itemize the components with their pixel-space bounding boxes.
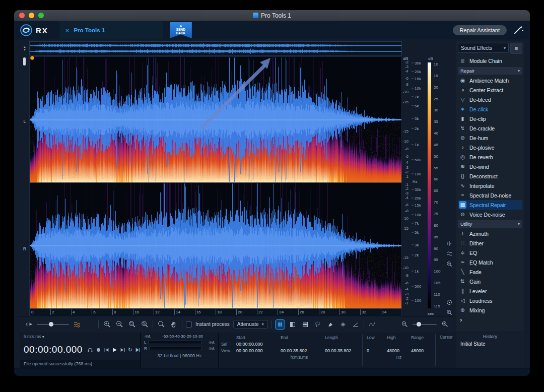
preset-select[interactable]: Sound Effects ▾ xyxy=(458,43,509,53)
panel-expand-button[interactable]: › xyxy=(458,315,522,324)
time-selection-tool[interactable] xyxy=(276,320,285,329)
time-frequency-selection-tool[interactable] xyxy=(288,320,297,329)
module-item[interactable]: ∗ De-click xyxy=(458,104,522,114)
history-item[interactable]: Initial State xyxy=(459,339,521,347)
overview-waveform[interactable] xyxy=(29,41,402,55)
file-tab[interactable]: × Pro Tools 1 xyxy=(59,21,163,39)
zoom-out-button[interactable] xyxy=(115,320,124,329)
view-start-value[interactable]: 00:00:00.000 xyxy=(236,348,281,353)
zoom-slider-knob[interactable] xyxy=(417,322,421,326)
module-item[interactable]: ≃ EQ Match xyxy=(458,257,522,267)
hand-tool-button[interactable] xyxy=(169,320,178,329)
skip-to-start-button[interactable] xyxy=(104,347,109,353)
draw-curve-tool[interactable] xyxy=(368,320,377,329)
brush-selection-tool[interactable] xyxy=(326,320,335,329)
module-item[interactable]: ∷ Dither xyxy=(458,238,522,248)
minimize-window-button[interactable] xyxy=(29,13,34,18)
module-item[interactable]: ∿ Interpolate xyxy=(458,181,522,190)
waveform-spectrogram-blend-slider[interactable] xyxy=(37,321,69,328)
zoom-fit-button[interactable] xyxy=(140,320,149,329)
section-header-repair[interactable]: Repair ▾ xyxy=(458,67,522,75)
module-item[interactable]: ⊜ Voice De-noise xyxy=(458,210,522,219)
module-item[interactable]: ▽ De-bleed xyxy=(458,95,522,104)
playhead-line[interactable] xyxy=(31,57,31,309)
zoom-window-button[interactable] xyxy=(38,13,44,18)
channel-right-view[interactable] xyxy=(30,183,401,308)
module-item[interactable]: ↯ De-crackle xyxy=(458,123,522,133)
zoom-reset-icon[interactable] xyxy=(446,299,452,305)
start-header: Start xyxy=(236,335,281,340)
horizontal-zoom-out-icon[interactable] xyxy=(400,320,409,329)
loop-playback-button[interactable]: ↻ xyxy=(128,347,132,353)
frequency-selection-tool[interactable] xyxy=(301,320,310,329)
vertical-zoom-out-icon[interactable] xyxy=(446,261,452,267)
colormap-gradient-bar[interactable] xyxy=(428,62,431,308)
module-item[interactable]: ▦ Spectral Repair xyxy=(458,200,522,210)
skip-to-end-button[interactable] xyxy=(120,347,125,353)
freq-range-value[interactable]: 48000 xyxy=(411,348,435,353)
record-button[interactable] xyxy=(96,347,101,353)
module-item[interactable]: ∥ Leveler xyxy=(458,286,522,296)
view-end-value[interactable]: 00:00:35.802 xyxy=(281,348,325,353)
module-item[interactable]: ⊚ Mixing xyxy=(458,305,522,315)
tab-close-icon[interactable]: × xyxy=(65,27,70,34)
spectrogram-waveform-right[interactable] xyxy=(30,183,401,308)
ramp-tool[interactable] xyxy=(351,320,360,329)
module-item[interactable]: ▮ De-clip xyxy=(458,114,522,123)
instant-process-checkbox[interactable] xyxy=(186,321,192,328)
module-item[interactable]: ⊘ De-hum xyxy=(458,133,522,143)
waveform-blend-icon[interactable] xyxy=(24,320,33,329)
time-ruler[interactable]: 0246810121416182022242628303234 xyxy=(30,308,401,316)
waveform-view-icon[interactable] xyxy=(447,241,452,246)
wave-db-tick: -10 xyxy=(402,265,409,270)
lasso-selection-tool[interactable] xyxy=(313,320,322,329)
zoom-tool-button[interactable] xyxy=(157,320,166,329)
module-item[interactable]: ◑ Center Extract xyxy=(458,85,522,95)
time-format-selector[interactable]: h:m:s.ms ▾ xyxy=(20,333,140,339)
module-item[interactable]: ◎ De-reverb xyxy=(458,152,522,162)
monitor-headphones-icon[interactable] xyxy=(87,347,93,353)
playhead-marker[interactable] xyxy=(30,56,34,60)
wave-db-tick: -15 xyxy=(402,100,409,104)
play-selection-button[interactable] xyxy=(135,347,141,353)
module-item[interactable]: ◉ Ambience Match xyxy=(458,76,522,85)
section-header-utility[interactable]: Utility ▾ xyxy=(458,220,522,228)
zoom-in-button[interactable] xyxy=(102,320,111,329)
zoom-to-selection-button[interactable] xyxy=(127,320,137,329)
horizontal-zoom-in-icon[interactable] xyxy=(440,320,449,329)
panel-menu-button[interactable]: ≡ xyxy=(510,43,522,54)
spectrogram-blend-icon[interactable] xyxy=(73,320,82,329)
module-item[interactable]: ╲ Fade xyxy=(458,267,522,277)
close-window-button[interactable] xyxy=(19,13,25,18)
repair-wand-icon[interactable] xyxy=(513,25,524,35)
module-item[interactable]: ♪ De-plosive xyxy=(458,143,522,152)
module-item[interactable]: ≑ EQ xyxy=(458,248,522,257)
overview-waveform-canvas[interactable] xyxy=(30,42,401,55)
freq-high-value[interactable]: 48000 xyxy=(387,348,411,353)
overview-collapse-icon[interactable]: ▴▾ xyxy=(20,41,29,55)
send-back-button[interactable]: ▲ SEND BACK xyxy=(170,22,192,38)
module-item[interactable]: ≋ De-wind xyxy=(458,162,522,171)
process-mode-dropdown[interactable]: Attenuate ▾ xyxy=(233,320,268,329)
horizontal-zoom-slider[interactable] xyxy=(413,321,437,328)
channel-left-view[interactable] xyxy=(30,57,401,182)
blend-slider-knob[interactable] xyxy=(49,322,53,326)
module-item[interactable]: ≈ Spectral De-noise xyxy=(458,190,522,200)
spectrogram-waveform-left[interactable] xyxy=(30,57,401,182)
vertical-scroll-handle[interactable] xyxy=(23,57,26,66)
module-item[interactable]: ⇅ Gain xyxy=(458,277,522,286)
play-button[interactable] xyxy=(112,347,117,353)
titlebar[interactable]: Pro Tools 1 xyxy=(14,10,530,21)
magic-wand-tool[interactable] xyxy=(338,320,348,329)
freq-low-value[interactable]: 0 xyxy=(367,348,387,353)
module-item[interactable]: ≀ Azimuth xyxy=(458,229,522,238)
view-length-value[interactable]: 00:00:35.802 xyxy=(325,348,362,353)
vertical-zoom-in-icon[interactable] xyxy=(446,309,452,315)
repair-assistant-button[interactable]: Repair Assistant xyxy=(453,25,507,35)
spectrogram-view-icon[interactable] xyxy=(447,251,452,256)
module-item[interactable]: {} Deconstruct xyxy=(458,171,522,181)
module-chain-item[interactable]: ≣ Module Chain xyxy=(458,55,522,66)
spectrogram-display[interactable]: 0246810121416182022242628303234 xyxy=(29,56,402,316)
module-item[interactable]: ◁ Loudness xyxy=(458,296,522,305)
sel-start-value[interactable]: 00:00:00.000 xyxy=(236,342,281,347)
